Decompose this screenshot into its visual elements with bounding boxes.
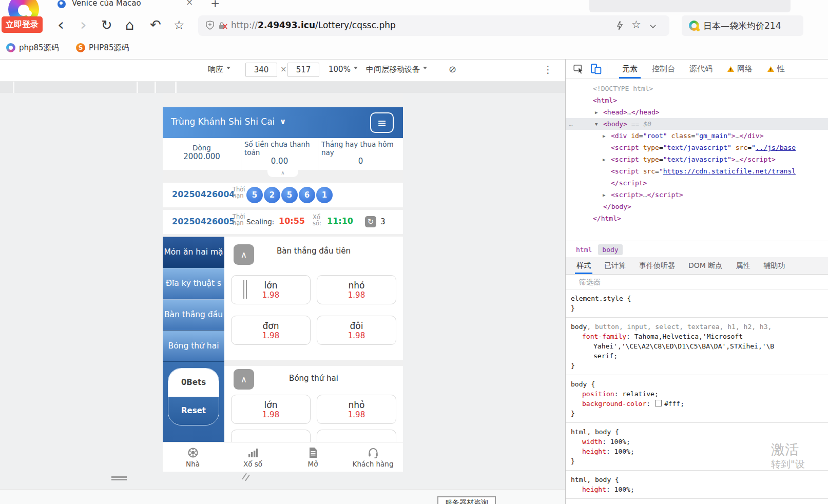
lightning-icon[interactable] <box>615 20 624 33</box>
collapse-section-button[interactable]: ∧ <box>234 369 254 390</box>
devtools-tab-network[interactable]: 网络 <box>720 60 760 79</box>
sidebar-item[interactable]: Đĩa kỹ thuật s <box>163 268 224 299</box>
dom-tree-row[interactable]: <script src="https://cdn.staticfile.net/… <box>566 165 828 177</box>
dom-tree-row[interactable]: ▶<script type="text/javascript">…</scrip… <box>566 153 828 165</box>
lottery-title[interactable]: Trùng Khánh Shi Shi Cai <box>171 117 275 127</box>
expand-arrow-icon[interactable]: ▶ <box>603 189 611 201</box>
sidebar-item[interactable]: Món ăn hai mặ <box>163 237 224 268</box>
title-chevron-down-icon[interactable]: ∨ <box>280 117 286 126</box>
bet-section: ∧Bóng thứ hailớn1.98nhỏ1.98 <box>224 366 403 442</box>
style-filter-input[interactable]: 筛选器 <box>566 274 828 289</box>
dom-tree-row[interactable]: </html> <box>566 212 828 224</box>
bookmark-item[interactable]: SPHP85源码 <box>76 41 129 54</box>
toggle-device-toolbar-icon[interactable] <box>590 63 602 76</box>
bet-option-button[interactable]: nhỏ1.98 <box>317 275 396 304</box>
refresh-icon[interactable]: ↻ <box>101 17 112 33</box>
code-token: = <box>639 132 643 140</box>
dom-tree-row[interactable]: ▶<div id="root" class="gm_main">…</div> <box>566 130 828 142</box>
address-bar[interactable]: http://2.49493.icu/Lottery/cqssc.php ☆ <box>198 15 669 36</box>
forward-icon[interactable]: › <box>80 15 87 34</box>
bet-name: đôi <box>350 321 363 331</box>
back-icon[interactable]: ‹ <box>57 15 64 34</box>
bet-option-button[interactable]: đơn1.98 <box>231 316 311 345</box>
home-icon[interactable]: ⌂ <box>125 17 134 33</box>
hamburger-menu-button[interactable]: ≡ <box>370 112 394 133</box>
collapse-section-button[interactable]: ∧ <box>234 244 254 265</box>
code-token: ../js/base <box>756 144 796 151</box>
devtools-tab-elements[interactable]: 元素 <box>615 60 645 79</box>
inspect-element-icon[interactable] <box>573 63 584 76</box>
style-rule-line: body, button, input, select, textarea, h… <box>571 322 823 332</box>
viewport-height-drag-handle[interactable] <box>111 476 127 481</box>
tabbar-item-doc[interactable]: Mở <box>283 442 343 472</box>
dom-tree-row[interactable]: ▶<script>…</script> <box>566 189 828 201</box>
divider <box>607 63 607 75</box>
expand-arrow-icon[interactable]: ▼ <box>595 119 603 130</box>
search-box[interactable]: 日本—袋米均价214 <box>682 15 803 36</box>
favorite-star-icon[interactable]: ☆ <box>631 18 641 31</box>
undo-icon[interactable]: ↶ <box>150 17 161 32</box>
new-tab-button[interactable]: + <box>210 0 220 10</box>
viewport-width-drag-handle[interactable] <box>243 280 248 301</box>
bet-option-button[interactable]: đôi1.98 <box>317 316 396 345</box>
stats-collapse-chip[interactable]: ∧ <box>267 170 298 177</box>
bet-option-button[interactable] <box>317 430 396 442</box>
dom-tree-row[interactable]: <!DOCTYPE html> <box>566 83 828 94</box>
expand-arrow-icon[interactable]: ▶ <box>603 154 611 166</box>
refresh-draw-icon[interactable]: ↻ <box>365 216 376 227</box>
dom-tree-row[interactable]: <html> <box>566 94 828 106</box>
tabbar-item-headset[interactable]: Khách hàng <box>343 442 403 472</box>
style-tab[interactable]: 辅助功 <box>757 257 792 274</box>
code-token: <div <box>611 132 627 140</box>
viewport-width-input[interactable] <box>245 63 277 77</box>
throttle-icon[interactable]: ⊘ <box>449 64 456 74</box>
search-query-text[interactable]: 日本—袋米均价214 <box>703 20 781 32</box>
expand-arrow-icon[interactable]: ▶ <box>595 107 603 119</box>
devtools-tab-performance[interactable]: 性 <box>760 60 792 79</box>
reset-button[interactable]: Reset <box>168 397 219 425</box>
color-swatch[interactable] <box>655 400 662 406</box>
bet-option-button[interactable] <box>231 430 311 442</box>
bet-option-button[interactable]: lớn1.98 <box>231 395 311 424</box>
zoom-level-select[interactable]: 100% <box>329 65 358 74</box>
dom-tree-row[interactable]: </script> <box>566 177 828 189</box>
tab-close-icon[interactable]: × <box>186 0 193 7</box>
dom-tree-row[interactable]: ▶<head>…</head> <box>566 106 828 118</box>
shield-icon[interactable] <box>205 21 215 33</box>
bets-count-button[interactable]: 0Bets <box>168 369 219 397</box>
style-tab[interactable]: DOM 断点 <box>682 257 729 274</box>
breadcrumb-item[interactable]: body <box>598 244 622 255</box>
expand-arrow-icon[interactable]: ▶ <box>603 130 611 142</box>
breadcrumb-item[interactable]: html <box>572 244 596 255</box>
device-type-select[interactable]: 中间层移动设备 <box>366 65 427 74</box>
more-options-icon[interactable]: ⋮ <box>543 64 553 75</box>
style-tab[interactable]: 已计算 <box>598 257 632 274</box>
tabbar-item-chip[interactable]: Nhà <box>163 442 223 472</box>
partial-popup[interactable]: 服务器材咨询 <box>437 496 496 504</box>
dom-tree-row[interactable]: …▼<body> == $0 <box>566 118 828 130</box>
tabbar-item-chart[interactable]: Xổ số <box>223 442 283 472</box>
bet-option-button[interactable]: nhỏ1.98 <box>317 395 396 424</box>
viewport-height-input[interactable] <box>287 63 319 77</box>
devtools-tab-console[interactable]: 控制台 <box>645 60 682 79</box>
bet-odds: 1.98 <box>348 410 365 419</box>
url-text[interactable]: http://2.49493.icu/Lottery/cqssc.php <box>231 20 396 30</box>
dom-tree-row[interactable]: </body> <box>566 201 828 212</box>
browser-tab[interactable]: Venice của Macao × <box>51 0 221 14</box>
chevron-down-icon[interactable] <box>649 22 657 32</box>
device-mode-select[interactable]: 响应 <box>208 65 230 74</box>
code-token: "text/javascript" <box>663 144 731 151</box>
bookmark-item[interactable]: php85源码 <box>6 41 59 54</box>
draw-number: 20250426005 <box>172 217 235 226</box>
devtools-tab-sources[interactable]: 源代码 <box>682 60 720 79</box>
viewport-corner-drag-handle[interactable] <box>241 473 249 481</box>
dom-tree-row[interactable]: <script type="text/javascript" src="../j… <box>566 142 828 153</box>
bookmark-star-icon[interactable]: ☆ <box>174 18 185 32</box>
style-tab[interactable]: 样式 <box>570 257 598 274</box>
insecure-lock-icon[interactable] <box>218 21 228 32</box>
style-tab[interactable]: 属性 <box>729 257 757 274</box>
sidebar-item[interactable]: Bàn thắng đầu <box>163 299 224 331</box>
sidebar-item[interactable]: Bóng thứ hai <box>163 331 224 362</box>
devtools-tab-label: 性 <box>777 64 785 74</box>
style-tab[interactable]: 事件侦听器 <box>632 257 682 274</box>
